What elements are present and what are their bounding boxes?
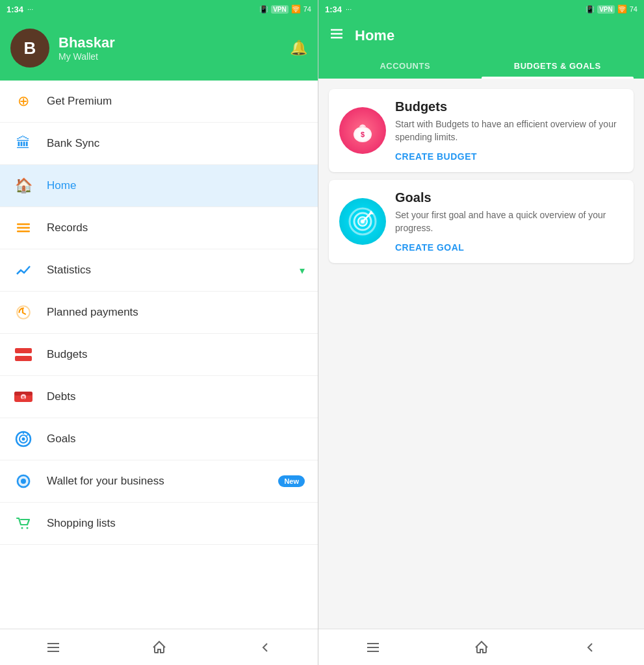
- budgets-card-icon: $: [339, 107, 386, 154]
- svg-text:$: $: [22, 395, 25, 401]
- goals-card-desc: Set your first goal and have a quick ove…: [395, 209, 623, 234]
- status-icons-left: 📳 VPN 🛜 74: [259, 5, 311, 14]
- premium-icon: ⊕: [13, 91, 34, 112]
- user-header: B Bhaskar My Wallet 🔔: [0, 18, 318, 81]
- chevron-down-icon: ▾: [300, 264, 305, 277]
- bottom-nav-right: [318, 629, 644, 665]
- nav-home-right[interactable]: [462, 634, 501, 660]
- planned-payments-icon: [13, 302, 34, 323]
- sidebar-item-bank-sync[interactable]: 🏛 Bank Sync: [0, 123, 318, 165]
- tabs-row: ACCOUNTS BUDGETS & GOALS: [329, 53, 634, 79]
- sidebar-item-label: Statistics: [47, 264, 287, 277]
- sidebar-item-planned-payments[interactable]: Planned payments: [0, 292, 318, 334]
- menu-list: ⊕ Get Premium 🏛 Bank Sync 🏠 Home Records: [0, 81, 318, 629]
- user-info: Bhaskar My Wallet: [58, 34, 115, 62]
- debts-icon: $: [13, 386, 34, 407]
- nav-menu-right[interactable]: [354, 634, 393, 660]
- svg-rect-1: [17, 227, 30, 229]
- svg-rect-3: [15, 348, 32, 353]
- sidebar-item-label: Shopping lists: [47, 517, 305, 530]
- nav-back-right[interactable]: [571, 634, 610, 660]
- sidebar-item-budgets[interactable]: Budgets: [0, 334, 318, 376]
- status-icons-right: 📳 VPN 🛜 74: [586, 5, 638, 14]
- home-icon: 🏠: [13, 175, 34, 196]
- user-name: Bhaskar: [58, 34, 115, 51]
- sidebar-item-label: Wallet for your business: [47, 475, 265, 488]
- sidebar-item-wallet-business[interactable]: Wallet for your business New: [0, 460, 318, 503]
- budgets-card-text: Budgets Start with Budgets to have an ef…: [395, 99, 623, 162]
- sidebar-item-label: Debts: [47, 390, 305, 403]
- svg-rect-4: [15, 356, 32, 361]
- budgets-card-title: Budgets: [395, 99, 623, 114]
- main-content: $ Budgets Start with Budgets to have an …: [318, 79, 644, 629]
- app-header: Home ACCOUNTS BUDGETS & GOALS: [318, 18, 644, 79]
- shopping-icon: [13, 513, 34, 534]
- budgets-icon: [13, 344, 34, 365]
- svg-text:$: $: [361, 131, 365, 138]
- status-dots-right: ···: [346, 5, 352, 13]
- notification-icon[interactable]: 🔔: [290, 40, 307, 56]
- budgets-card: $ Budgets Start with Budgets to have an …: [329, 89, 634, 172]
- hamburger-icon[interactable]: [329, 26, 344, 45]
- budgets-card-desc: Start with Budgets to have an efficient …: [395, 118, 623, 144]
- goals-card: Goals Set your first goal and have a qui…: [329, 180, 634, 263]
- sidebar-item-label: Planned payments: [47, 306, 305, 319]
- sidebar-item-debts[interactable]: $ Debts: [0, 376, 318, 418]
- sidebar-item-goals[interactable]: Goals: [0, 418, 318, 460]
- svg-rect-2: [17, 231, 30, 232]
- tab-budgets-goals[interactable]: BUDGETS & GOALS: [482, 53, 634, 79]
- svg-line-13: [27, 434, 28, 436]
- bank-icon: 🏛: [13, 133, 34, 154]
- left-panel: 1:34 ··· 📳 VPN 🛜 74 B Bhaskar My Wallet …: [0, 0, 318, 665]
- nav-back-left[interactable]: [246, 634, 285, 660]
- nav-home-left[interactable]: [140, 634, 179, 660]
- sidebar-item-records[interactable]: Records: [0, 207, 318, 249]
- sidebar-item-label: Goals: [47, 433, 305, 445]
- goals-icon: [13, 429, 34, 449]
- tab-accounts[interactable]: ACCOUNTS: [329, 53, 482, 79]
- bottom-nav-left: [0, 629, 318, 665]
- status-time-right: 1:34: [325, 5, 342, 14]
- svg-point-11: [22, 438, 25, 441]
- status-time-left: 1:34: [6, 5, 23, 14]
- sidebar-item-statistics[interactable]: Statistics ▾: [0, 249, 318, 292]
- nav-menu-left[interactable]: [34, 634, 73, 660]
- goals-card-title: Goals: [395, 190, 623, 205]
- sidebar-item-home[interactable]: 🏠 Home: [0, 165, 318, 207]
- goals-card-text: Goals Set your first goal and have a qui…: [395, 190, 623, 253]
- right-panel: 1:34 ··· 📳 VPN 🛜 74 Home ACCOUNTS: [318, 0, 644, 665]
- sidebar-item-label: Records: [47, 221, 305, 234]
- sidebar-item-label: Home: [47, 179, 305, 192]
- sidebar-item-label: Bank Sync: [47, 137, 305, 150]
- status-bar-left: 1:34 ··· 📳 VPN 🛜 74: [0, 0, 318, 18]
- svg-point-16: [21, 479, 26, 484]
- new-badge: New: [278, 475, 305, 487]
- goals-card-icon: [339, 198, 386, 245]
- status-dots-left: ···: [27, 5, 33, 13]
- create-goal-button[interactable]: CREATE GOAL: [395, 242, 623, 253]
- svg-rect-0: [17, 223, 30, 225]
- svg-point-18: [27, 527, 29, 529]
- create-budget-button[interactable]: CREATE BUDGET: [395, 151, 623, 162]
- statistics-icon: [13, 260, 34, 281]
- sidebar-item-label: Budgets: [47, 348, 305, 361]
- avatar: B: [10, 29, 49, 68]
- sidebar-item-label: Get Premium: [47, 95, 305, 108]
- sidebar-item-shopping-lists[interactable]: Shopping lists: [0, 503, 318, 545]
- records-icon: [13, 218, 34, 238]
- status-bar-right: 1:34 ··· 📳 VPN 🛜 74: [318, 0, 644, 18]
- sidebar-item-get-premium[interactable]: ⊕ Get Premium: [0, 81, 318, 123]
- page-title: Home: [355, 27, 634, 44]
- svg-point-17: [21, 527, 23, 529]
- user-sub: My Wallet: [58, 51, 115, 62]
- wallet-business-icon: [13, 471, 34, 492]
